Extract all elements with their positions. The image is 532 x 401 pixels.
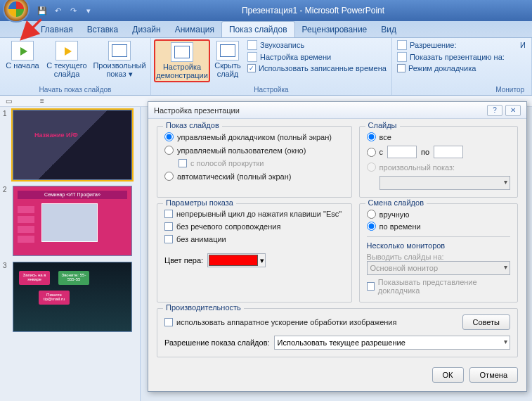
slide3-box: Пишите tip@mail.ru (39, 291, 70, 305)
tab-home[interactable]: Главная (34, 22, 80, 37)
checkbox-icon: ✓ (247, 64, 256, 72)
play-icon (11, 41, 34, 61)
to-spinner[interactable] (434, 146, 463, 158)
scrollbar-checkbox: с полосой прокрутки (164, 159, 344, 167)
custom-show-icon (108, 41, 131, 61)
pen-color-label: Цвет пера: (164, 256, 203, 265)
dialog-buttons: ОК Отмена (157, 363, 518, 383)
dropdown-icon: ▾ (260, 256, 264, 265)
pen-color-picker[interactable]: ▾ (207, 253, 266, 267)
slide-thumb-2[interactable]: Семинар «ИТ Профита» (13, 186, 132, 256)
pen-color-swatch (209, 255, 258, 266)
group-title: Настройка (154, 85, 389, 95)
tab-view[interactable]: Вид (374, 22, 403, 37)
btn-label: С начала (6, 61, 39, 70)
no-animation-checkbox[interactable]: без анимации (164, 235, 344, 243)
cancel-button[interactable]: Отмена (469, 367, 518, 383)
truncated-text: И (517, 39, 528, 51)
tab-insert[interactable]: Вставка (80, 22, 126, 37)
fieldset-legend: Слайды (365, 121, 400, 129)
slide2-banner: Семинар «ИТ Профита» (18, 191, 127, 199)
monitor-icon (397, 40, 407, 50)
resolution-combo[interactable]: Использовать текущее разрешение (274, 336, 510, 350)
checkbox-icon (164, 210, 173, 218)
slide-thumb-1[interactable]: Название И/Ф (13, 110, 132, 180)
no-narration-checkbox[interactable]: без речевого сопровождения (164, 222, 344, 231)
outline-tab-icon[interactable]: ≡ (40, 97, 44, 105)
checkbox-icon (164, 222, 173, 231)
slide-thumb-3[interactable]: Запись на в январе Звоните: 55-555-55 Пи… (13, 262, 132, 332)
radio-manual[interactable]: вручную (367, 210, 510, 219)
help-button[interactable]: ? (487, 105, 502, 116)
redo-icon[interactable]: ↷ (67, 5, 79, 16)
monitors-legend: Несколько мониторов (367, 241, 510, 250)
ok-button[interactable]: ОК (432, 367, 464, 383)
slide2-arrow (18, 226, 34, 233)
presenter-view-checkbox[interactable]: Режим докладчика (395, 63, 507, 73)
slides-tab-icon[interactable]: ▭ (6, 97, 12, 105)
from-current-button[interactable]: С текущего слайда (44, 39, 90, 79)
record-audio-button[interactable]: Звукозапись (245, 39, 389, 51)
use-timings-checkbox[interactable]: ✓Использовать записанные времена (245, 63, 389, 73)
tab-animation[interactable]: Анимация (168, 22, 221, 37)
checkbox-icon (164, 318, 173, 326)
slide2-arrow (18, 206, 34, 213)
custom-show-combo (379, 176, 510, 190)
hw-accel-checkbox[interactable]: использовать аппаратное ускорение обрабо… (164, 318, 396, 326)
tips-button[interactable]: Советы (462, 314, 510, 330)
setup-dialog: Настройка презентации ? ✕ Показ слайдов … (148, 101, 527, 392)
monitor-combo: Основной монитор (367, 261, 510, 275)
save-icon[interactable]: 💾 (37, 5, 48, 16)
dialog-body: Показ слайдов управляемый докладчиком (п… (148, 119, 526, 391)
from-spinner[interactable] (387, 146, 417, 158)
to-label: по (421, 148, 429, 156)
setup-icon (171, 42, 193, 62)
radio-all-slides[interactable]: все (367, 132, 510, 141)
radio-kiosk[interactable]: автоматический (полный экран) (164, 172, 344, 181)
radio-from-to[interactable]: с (367, 148, 384, 157)
radio-timings[interactable]: по времени (367, 222, 510, 231)
tab-slideshow[interactable]: Показ слайдов (221, 21, 295, 37)
close-button[interactable]: ✕ (505, 105, 521, 116)
checkbox-icon (164, 235, 173, 243)
btn-label: С текущего слайда (45, 61, 89, 78)
quick-access-toolbar: 💾 ↶ ↷ ▾ (37, 5, 94, 16)
display-on-label: Выводить слайды на: (367, 253, 444, 261)
loop-checkbox[interactable]: непрерывный цикл до нажатия клавиши "Esc… (164, 210, 344, 218)
office-button[interactable] (3, 0, 30, 23)
group-title: Монитор (395, 85, 528, 95)
checkbox-icon (179, 159, 187, 167)
slide2-arrow (18, 236, 34, 243)
slide-thumbnails-pane: 1 Название И/Ф 2 Семинар «ИТ Профита» 3 … (0, 107, 141, 401)
dialog-titlebar: Настройка презентации ? ✕ (148, 102, 526, 119)
show-options-fieldset: Параметры показа непрерывный цикл до наж… (157, 203, 352, 303)
show-on-row[interactable]: Показать презентацию на: (395, 51, 507, 63)
clock-icon (247, 52, 257, 62)
from-beginning-button[interactable]: С начала (3, 39, 42, 71)
radio-browsed[interactable]: управляемый пользователем (окно) (164, 146, 344, 155)
title-bar: 💾 ↶ ↷ ▾ Презентация1 - Microsoft PowerPo… (0, 0, 532, 21)
btn-label: Настройка демонстрации (156, 63, 208, 79)
ribbon-tabs: Главная Вставка Дизайн Анимация Показ сл… (0, 21, 532, 38)
hide-slide-button[interactable]: Скрыть слайд (212, 39, 244, 79)
radio-custom-show: произвольный показ: (367, 163, 510, 172)
resolution-row[interactable]: Разрешение: (395, 39, 507, 51)
custom-show-button[interactable]: Произвольный показ ▾ (91, 39, 148, 80)
show-type-fieldset: Показ слайдов управляемый докладчиком (п… (157, 126, 352, 198)
monitor-icon (397, 52, 407, 62)
slide3-box: Запись на в январе (19, 271, 50, 285)
undo-icon[interactable]: ↶ (52, 5, 63, 16)
qat-more-icon[interactable]: ▾ (83, 5, 94, 16)
setup-slideshow-button[interactable]: Настройка демонстрации (154, 39, 210, 82)
fieldset-legend: Показ слайдов (163, 121, 222, 129)
resolution-label: Разрешение показа слайдов: (164, 338, 270, 347)
rehearse-timings-button[interactable]: Настройка времени (245, 51, 389, 63)
tab-design[interactable]: Дизайн (125, 22, 167, 37)
slide2-window-graphic (41, 203, 98, 242)
radio-presenter[interactable]: управляемый докладчиком (полный экран) (164, 132, 344, 141)
mic-icon (247, 40, 257, 50)
presenter-view-checkbox: Показывать представление докладчика (367, 278, 510, 295)
checkbox-icon (397, 64, 406, 72)
tab-review[interactable]: Рецензирование (295, 22, 375, 37)
fieldset-legend: Параметры показа (163, 198, 236, 207)
